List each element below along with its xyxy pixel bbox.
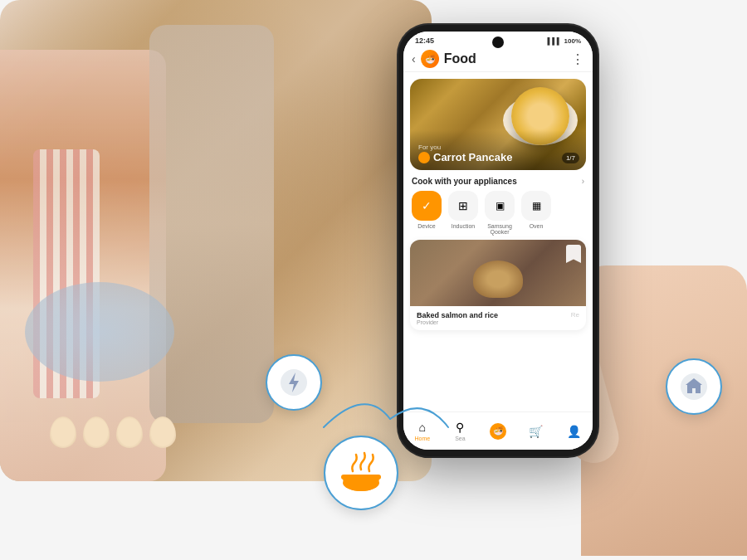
phone-screen: 12:45 ▌▌▌ 100% ‹ 🍜 Food ⋮ <box>403 32 593 450</box>
device-icon: ✓ <box>412 191 442 221</box>
app-header: ‹ 🍜 Food ⋮ <box>403 46 593 72</box>
appliances-row: ✓ Device ⊞ Induction ▣ Samsung Qooker <box>403 189 593 240</box>
recipe-info: Baked salmon and rice Provider Re <box>410 306 586 330</box>
bookmark-icon[interactable] <box>566 245 581 263</box>
mixing-bowl <box>25 282 174 382</box>
recipe-card[interactable]: Baked salmon and rice Provider Re <box>410 240 586 330</box>
nav-home[interactable]: ⌂ Home <box>403 421 442 441</box>
egg <box>116 416 143 448</box>
egg <box>149 416 176 448</box>
induction-label: Induction <box>452 223 475 229</box>
oven-icon: ▦ <box>521 191 551 221</box>
cart-nav-icon: 🛒 <box>529 425 543 438</box>
app-logo-icon: 🍜 <box>421 50 439 68</box>
appliance-oven[interactable]: ▦ Oven <box>521 191 551 235</box>
eggs-area <box>50 416 176 448</box>
recipe-food-visual <box>473 261 523 298</box>
recipe-icon <box>418 152 430 163</box>
nav-food[interactable]: 🍜 <box>479 423 517 440</box>
qooker-label: Samsung Qooker <box>485 223 515 235</box>
appliance-induction[interactable]: ⊞ Induction <box>448 191 478 235</box>
status-icons: ▌▌▌ 100% <box>548 37 581 45</box>
oven-label: Oven <box>530 223 544 229</box>
appliance-device[interactable]: ✓ Device <box>412 191 442 235</box>
hand-phone-container: 12:45 ▌▌▌ 100% ‹ 🍜 Food ⋮ <box>349 25 747 556</box>
lightning-icon <box>279 368 309 397</box>
for-you-label: For you <box>418 144 578 151</box>
hero-overlay: For you Carrot Pancake <box>410 130 586 170</box>
home-nav-label: Home <box>414 436 430 441</box>
nav-profile[interactable]: 👤 <box>554 425 593 438</box>
smiley-home-icon <box>679 372 709 402</box>
power-circle-icon <box>266 354 322 411</box>
cook-section-header: Cook with your appliances › <box>403 170 593 189</box>
battery-icon: 100% <box>564 37 581 45</box>
app-title: Food <box>444 51 571 66</box>
hero-recipe-name: Carrot Pancake <box>433 151 512 163</box>
bottom-nav: ⌂ Home ⚲ Sea 🍜 🛒 👤 <box>403 411 593 450</box>
recipe-provider: Provider <box>417 319 498 325</box>
nav-search[interactable]: ⚲ Sea <box>442 421 480 441</box>
hand <box>581 265 747 556</box>
hero-recipe-row: Carrot Pancake <box>418 151 578 163</box>
recipe-name: Baked salmon and rice <box>417 311 498 319</box>
phone-device: 12:45 ▌▌▌ 100% ‹ 🍜 Food ⋮ <box>398 25 598 456</box>
induction-icon: ⊞ <box>448 191 478 221</box>
home-circle-icon <box>666 358 722 415</box>
recipe-image <box>410 240 586 306</box>
profile-nav-icon: 👤 <box>567 425 581 438</box>
camera-notch <box>492 37 504 48</box>
bowl-icon <box>336 448 386 498</box>
search-nav-icon: ⚲ <box>456 421 464 434</box>
appliance-samsung-qooker[interactable]: ▣ Samsung Qooker <box>485 191 515 235</box>
food-nav-icon: 🍜 <box>490 423 506 440</box>
back-button[interactable]: ‹ <box>412 52 416 66</box>
hero-card[interactable]: For you Carrot Pancake 1/7 <box>410 79 586 170</box>
food-bowl-circle-icon <box>324 436 398 510</box>
search-nav-label: Sea <box>455 436 465 441</box>
wifi-icon: ▌▌▌ <box>548 37 562 45</box>
cook-section-arrow[interactable]: › <box>582 177 584 186</box>
nav-cart[interactable]: 🛒 <box>517 425 555 438</box>
person-right <box>149 25 274 423</box>
status-time: 12:45 <box>415 37 434 45</box>
qooker-icon: ▣ <box>485 191 515 221</box>
egg <box>83 416 110 448</box>
svg-rect-2 <box>341 475 381 480</box>
hero-counter: 1/7 <box>562 153 579 163</box>
device-label: Device <box>417 223 435 229</box>
recipe-side-label: Re <box>571 311 579 325</box>
home-nav-icon: ⌂ <box>419 421 426 434</box>
egg <box>50 416 76 448</box>
cook-section-title: Cook with your appliances <box>412 177 517 186</box>
menu-button[interactable]: ⋮ <box>571 51 584 67</box>
